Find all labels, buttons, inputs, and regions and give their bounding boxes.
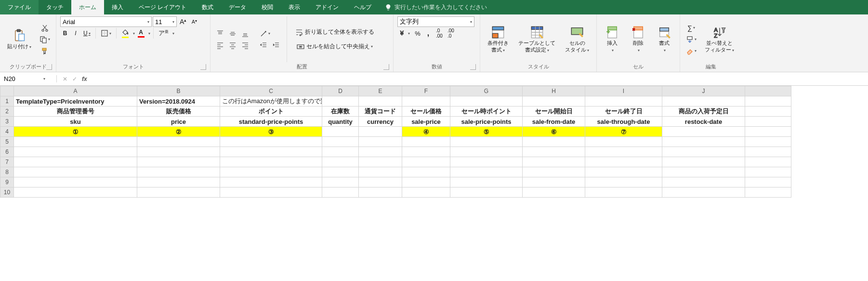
- cell-F2[interactable]: セール価格: [402, 107, 450, 117]
- cell-D5[interactable]: [322, 137, 359, 147]
- cut-button[interactable]: [38, 23, 52, 33]
- cell-H7[interactable]: [523, 157, 585, 167]
- tab-home[interactable]: ホーム: [71, 0, 104, 14]
- column-header-C[interactable]: C: [220, 86, 322, 96]
- cell-E4[interactable]: [359, 127, 402, 137]
- cell-E9[interactable]: [359, 177, 402, 187]
- column-header-F[interactable]: F: [402, 86, 450, 96]
- cell-F8[interactable]: [402, 167, 450, 177]
- row-header-3[interactable]: 3: [0, 117, 14, 127]
- tab-insert[interactable]: 挿入: [104, 0, 131, 14]
- increase-font-button[interactable]: A▴: [178, 16, 188, 27]
- column-header-I[interactable]: I: [585, 86, 662, 96]
- cell-A4[interactable]: ①: [14, 127, 137, 137]
- autosum-button[interactable]: ∑▾: [684, 23, 698, 33]
- number-launcher[interactable]: [470, 64, 476, 70]
- cell-H9[interactable]: [523, 177, 585, 187]
- name-box[interactable]: ▾: [0, 75, 57, 82]
- cell-K3[interactable]: [745, 117, 791, 127]
- cell-G8[interactable]: [450, 167, 523, 177]
- tab-help[interactable]: ヘルプ: [346, 0, 379, 14]
- cell-K2[interactable]: [745, 107, 791, 117]
- cell-H1[interactable]: [523, 96, 585, 107]
- cell-D2[interactable]: 在庫数: [322, 107, 359, 117]
- delete-cells-button[interactable]: 削除▾: [627, 24, 650, 54]
- cell-I6[interactable]: [585, 147, 662, 157]
- percent-button[interactable]: %: [413, 28, 422, 39]
- cell-B6[interactable]: [137, 147, 220, 157]
- cell-C2[interactable]: ポイント: [220, 107, 322, 117]
- row-header-2[interactable]: 2: [0, 107, 14, 117]
- cell-A9[interactable]: [14, 177, 137, 187]
- merge-center-button[interactable]: セルを結合して中央揃え▾: [292, 41, 378, 52]
- row-header-1[interactable]: 1: [0, 96, 14, 107]
- cell-C1[interactable]: この行はAmazonが使用しますので変更や削除しないでください。: [220, 96, 322, 107]
- align-center-button[interactable]: [227, 40, 238, 51]
- number-format-select[interactable]: ▾: [397, 16, 474, 27]
- cell-A2[interactable]: 商品管理番号: [14, 107, 137, 117]
- clipboard-launcher[interactable]: [46, 64, 52, 70]
- column-header-B[interactable]: B: [137, 86, 220, 96]
- cell-B9[interactable]: [137, 177, 220, 187]
- select-all-corner[interactable]: [0, 86, 14, 96]
- format-as-table-button[interactable]: テーブルとして 書式設定▾: [515, 24, 559, 54]
- italic-button[interactable]: I: [71, 28, 80, 39]
- row-header-8[interactable]: 8: [0, 167, 14, 177]
- cell-B2[interactable]: 販売価格: [137, 107, 220, 117]
- cell-G5[interactable]: [450, 137, 523, 147]
- formula-cancel-button[interactable]: ✕: [63, 76, 67, 82]
- cell-J2[interactable]: 商品の入荷予定日: [662, 107, 745, 117]
- cell-D6[interactable]: [322, 147, 359, 157]
- cell-B5[interactable]: [137, 137, 220, 147]
- cell-G7[interactable]: [450, 157, 523, 167]
- align-middle-button[interactable]: [227, 28, 238, 39]
- cell-G10[interactable]: [450, 187, 523, 198]
- cell-A10[interactable]: [14, 187, 137, 198]
- tell-me-input[interactable]: [395, 4, 510, 11]
- cell-B10[interactable]: [137, 187, 220, 198]
- cell-D7[interactable]: [322, 157, 359, 167]
- cell-K5[interactable]: [745, 137, 791, 147]
- cell-B7[interactable]: [137, 157, 220, 167]
- cell-F6[interactable]: [402, 147, 450, 157]
- cell-J9[interactable]: [662, 177, 745, 187]
- font-size-select[interactable]: ▾: [153, 16, 177, 27]
- column-header-G[interactable]: G: [450, 86, 523, 96]
- cell-H8[interactable]: [523, 167, 585, 177]
- cell-I7[interactable]: [585, 157, 662, 167]
- align-bottom-button[interactable]: [239, 28, 251, 39]
- formula-input[interactable]: [93, 75, 868, 82]
- cell-G6[interactable]: [450, 147, 523, 157]
- cell-E5[interactable]: [359, 137, 402, 147]
- column-header-A[interactable]: A: [14, 86, 137, 96]
- cell-F9[interactable]: [402, 177, 450, 187]
- alignment-launcher[interactable]: [383, 64, 389, 70]
- cell-A3[interactable]: sku: [14, 117, 137, 127]
- font-launcher[interactable]: [200, 64, 206, 70]
- cell-A5[interactable]: [14, 137, 137, 147]
- name-box-input[interactable]: [4, 75, 42, 82]
- column-header-D[interactable]: D: [322, 86, 359, 96]
- cell-I8[interactable]: [585, 167, 662, 177]
- sort-filter-button[interactable]: AZ 並べ替えと フィルター▾: [701, 24, 737, 54]
- cell-I3[interactable]: sale-through-date: [585, 117, 662, 127]
- cell-J6[interactable]: [662, 147, 745, 157]
- cell-I1[interactable]: [585, 96, 662, 107]
- cell-D8[interactable]: [322, 167, 359, 177]
- cell-A1[interactable]: TemplateType=PriceInventory: [14, 96, 137, 107]
- cell-D10[interactable]: [322, 187, 359, 198]
- wrap-text-button[interactable]: 折り返して全体を表示する: [292, 27, 378, 38]
- tab-formulas[interactable]: 数式: [194, 0, 221, 14]
- comma-button[interactable]: ,: [423, 28, 433, 39]
- increase-indent-button[interactable]: [270, 40, 282, 51]
- cell-J5[interactable]: [662, 137, 745, 147]
- cell-G3[interactable]: sale-price-points: [450, 117, 523, 127]
- cell-J1[interactable]: [662, 96, 745, 107]
- clear-button[interactable]: ▾: [684, 46, 698, 56]
- cell-J4[interactable]: [662, 127, 745, 137]
- conditional-formatting-button[interactable]: 条件付き 書式▾: [484, 24, 512, 54]
- cell-B1[interactable]: Version=2018.0924: [137, 96, 220, 107]
- cell-K9[interactable]: [745, 177, 791, 187]
- spreadsheet-grid[interactable]: ABCDEFGHIJ1TemplateType=PriceInventoryVe…: [0, 86, 868, 198]
- cell-D3[interactable]: quantity: [322, 117, 359, 127]
